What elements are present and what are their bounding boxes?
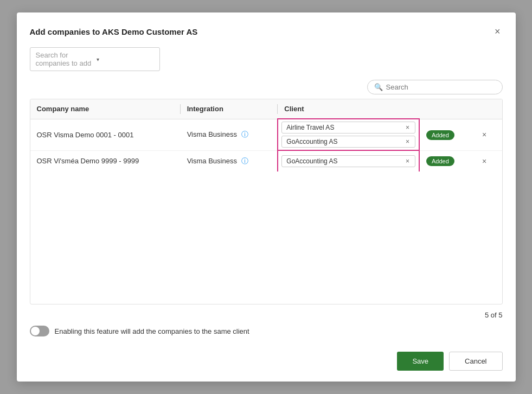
client-tag-label: GoAccounting AS xyxy=(286,138,405,145)
company-name-cell: OSR Visma Demo 0001 - 0001 xyxy=(30,119,181,150)
chevron-down-icon: ▾ xyxy=(97,56,154,62)
company-name-cell: OSR Vi'sméa Demo 9999 - 9999 xyxy=(30,150,181,171)
modal: Add companies to AKS Demo Customer AS × … xyxy=(17,12,516,382)
pagination-row: 5 of 5 xyxy=(30,311,503,319)
client-tag: Airline Travel AS × xyxy=(281,122,415,134)
modal-footer: 5 of 5 Enabling this feature will add th… xyxy=(30,311,503,371)
empty-table-area xyxy=(30,171,502,280)
col-status xyxy=(419,99,473,119)
status-cell: Added xyxy=(419,119,473,150)
info-icon[interactable]: ⓘ xyxy=(241,157,248,165)
client-tag-label: Airline Travel AS xyxy=(286,124,405,131)
row-remove-button[interactable]: × xyxy=(480,157,489,166)
search-icon: 🔍 xyxy=(374,83,383,91)
pagination-text: 5 of 5 xyxy=(485,311,503,319)
footer-buttons: Save Cancel xyxy=(30,352,503,371)
client-tag: GoAccounting AS × xyxy=(281,155,415,167)
table-container: Company name Integration Client OSR Vism… xyxy=(30,99,503,304)
client-tag-remove-button[interactable]: × xyxy=(405,158,411,164)
col-integration: Integration xyxy=(181,99,278,119)
search-companies-dropdown[interactable]: Search for companies to add ▾ xyxy=(30,47,160,71)
table-search-box[interactable]: 🔍 xyxy=(367,80,503,94)
cancel-button[interactable]: Cancel xyxy=(449,352,502,371)
feature-toggle[interactable] xyxy=(30,326,49,336)
modal-title: Add companies to AKS Demo Customer AS xyxy=(30,27,198,36)
client-tag-remove-button[interactable]: × xyxy=(405,124,411,131)
col-action xyxy=(473,99,502,119)
integration-cell: Visma Business ⓘ xyxy=(181,150,278,171)
table-search-row: 🔍 xyxy=(30,80,503,94)
row-action-cell: × xyxy=(473,150,502,171)
client-tag-remove-button[interactable]: × xyxy=(405,138,411,145)
search-input[interactable] xyxy=(386,83,496,91)
status-badge: Added xyxy=(426,156,454,166)
client-tag: GoAccounting AS × xyxy=(281,136,415,148)
search-dropdown-placeholder: Search for companies to add xyxy=(36,51,93,67)
info-icon[interactable]: ⓘ xyxy=(241,130,248,138)
modal-close-button[interactable]: × xyxy=(492,26,503,37)
row-action-cell: × xyxy=(473,119,502,150)
modal-header: Add companies to AKS Demo Customer AS × xyxy=(30,26,503,37)
table-header-row: Company name Integration Client xyxy=(30,99,502,119)
integration-cell: Visma Business ⓘ xyxy=(181,119,278,150)
status-badge: Added xyxy=(426,130,454,140)
table-row: OSR Vi'sméa Demo 9999 - 9999 Visma Busin… xyxy=(30,150,502,171)
table-row: OSR Visma Demo 0001 - 0001 Visma Busines… xyxy=(30,119,502,150)
toggle-label: Enabling this feature will add the compa… xyxy=(55,327,249,335)
save-button[interactable]: Save xyxy=(397,352,444,371)
row-remove-button[interactable]: × xyxy=(480,130,489,139)
client-cell: GoAccounting AS × xyxy=(278,150,419,171)
modal-overlay: Add companies to AKS Demo Customer AS × … xyxy=(0,0,532,394)
client-tag-label: GoAccounting AS xyxy=(286,157,405,165)
client-cell: Airline Travel AS × GoAccounting AS × xyxy=(278,119,419,150)
col-client: Client xyxy=(278,99,419,119)
col-company-name: Company name xyxy=(30,99,181,119)
toggle-slider xyxy=(30,326,49,336)
status-cell: Added xyxy=(419,150,473,171)
toggle-row: Enabling this feature will add the compa… xyxy=(30,326,503,336)
companies-table: Company name Integration Client OSR Vism… xyxy=(30,99,502,171)
